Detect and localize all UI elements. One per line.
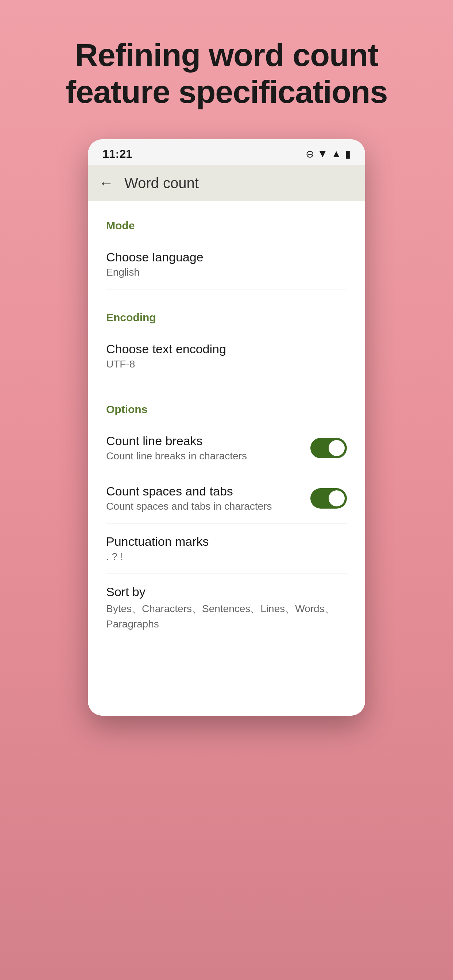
setting-count-spaces-tabs[interactable]: Count spaces and tabs Count spaces and t… (106, 473, 347, 523)
hero-title: Refining word count feature specificatio… (0, 37, 453, 110)
content-area: Mode Choose language English Encoding Ch… (88, 201, 365, 643)
setting-text-encoding: Choose text encoding UTF-8 (106, 342, 347, 370)
section-header-encoding: Encoding (106, 293, 347, 331)
setting-title-sort: Sort by (106, 585, 347, 599)
setting-punctuation-marks[interactable]: Punctuation marks . ? ! (106, 523, 347, 574)
app-bar-title: Word count (124, 175, 199, 191)
setting-subtitle-encoding: UTF-8 (106, 358, 347, 370)
setting-title-punctuation: Punctuation marks (106, 535, 347, 549)
setting-title-spaces-tabs: Count spaces and tabs (106, 484, 303, 498)
setting-text-spaces-tabs: Count spaces and tabs Count spaces and t… (106, 484, 303, 512)
setting-subtitle-line-breaks: Count line breaks in characters (106, 450, 303, 462)
setting-sort-by[interactable]: Sort by Bytes、Characters、Sentences、Lines… (106, 574, 347, 643)
setting-text-line-breaks: Count line breaks Count line breaks in c… (106, 434, 303, 462)
toggle-line-breaks[interactable] (310, 438, 347, 458)
setting-count-line-breaks[interactable]: Count line breaks Count line breaks in c… (106, 423, 347, 473)
status-icons: ⊖ ▼ ▲ ▮ (306, 148, 351, 160)
toggle-spaces-tabs[interactable] (310, 488, 347, 509)
wifi-icon: ▼ (318, 148, 328, 160)
app-bar: ← Word count (88, 165, 365, 201)
setting-subtitle-language: English (106, 267, 347, 278)
status-bar: 11:21 ⊖ ▼ ▲ ▮ (88, 139, 365, 165)
battery-icon: ▮ (345, 148, 351, 160)
minus-circle-icon: ⊖ (306, 148, 314, 160)
setting-subtitle-sort: Bytes、Characters、Sentences、Lines、Words、P… (106, 601, 347, 632)
setting-title-line-breaks: Count line breaks (106, 434, 303, 448)
bottom-space (88, 643, 365, 716)
setting-title-encoding: Choose text encoding (106, 342, 347, 356)
setting-choose-encoding[interactable]: Choose text encoding UTF-8 (106, 331, 347, 381)
setting-subtitle-punctuation: . ? ! (106, 551, 347, 563)
setting-title-language: Choose language (106, 250, 347, 264)
setting-choose-language[interactable]: Choose language English (106, 239, 347, 290)
setting-text-language: Choose language English (106, 250, 347, 278)
back-button[interactable]: ← (99, 175, 113, 191)
setting-text-punctuation: Punctuation marks . ? ! (106, 535, 347, 563)
signal-icon: ▲ (331, 148, 341, 160)
phone-frame: 11:21 ⊖ ▼ ▲ ▮ ← Word count Mode Choose l… (88, 139, 365, 716)
section-header-mode: Mode (106, 201, 347, 239)
section-header-options: Options (106, 385, 347, 423)
status-time: 11:21 (102, 147, 132, 161)
setting-text-sort: Sort by Bytes、Characters、Sentences、Lines… (106, 585, 347, 632)
setting-subtitle-spaces-tabs: Count spaces and tabs in characters (106, 501, 303, 512)
